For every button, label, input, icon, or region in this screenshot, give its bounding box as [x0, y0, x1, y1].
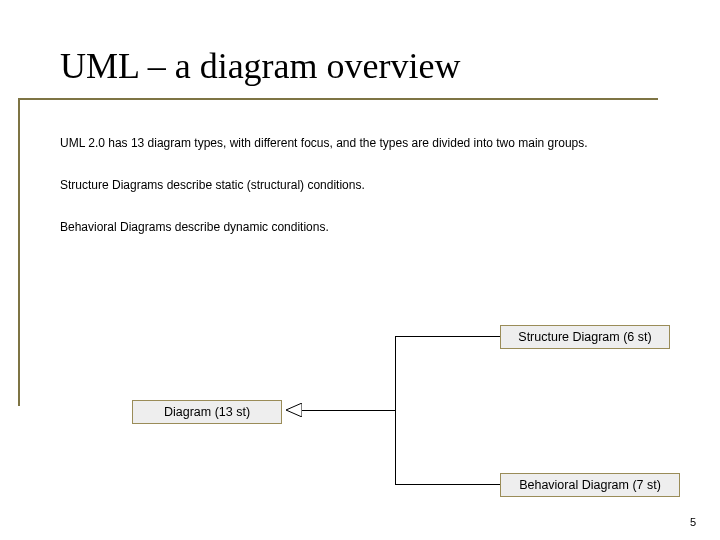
paragraph-1: UML 2.0 has 13 diagram types, with diffe… — [60, 136, 588, 152]
title-underline — [18, 98, 658, 100]
slide-title: UML – a diagram overview — [60, 45, 461, 87]
behavioral-diagram-box: Behavioral Diagram (7 st) — [500, 473, 680, 497]
slide: UML – a diagram overview UML 2.0 has 13 … — [0, 0, 720, 540]
left-rule — [18, 98, 20, 406]
paragraph-3: Behavioral Diagrams describe dynamic con… — [60, 220, 329, 236]
structure-diagram-box: Structure Diagram (6 st) — [500, 325, 670, 349]
paragraph-2: Structure Diagrams describe static (stru… — [60, 178, 365, 194]
connector-to-structure — [395, 336, 500, 337]
page-number: 5 — [690, 516, 696, 528]
svg-marker-0 — [286, 403, 302, 417]
diagram-root-box: Diagram (13 st) — [132, 400, 282, 424]
connector-root-stem — [302, 410, 396, 411]
connector-vertical — [395, 336, 396, 485]
generalization-arrowhead-icon — [286, 403, 302, 417]
connector-to-behavioral — [395, 484, 500, 485]
